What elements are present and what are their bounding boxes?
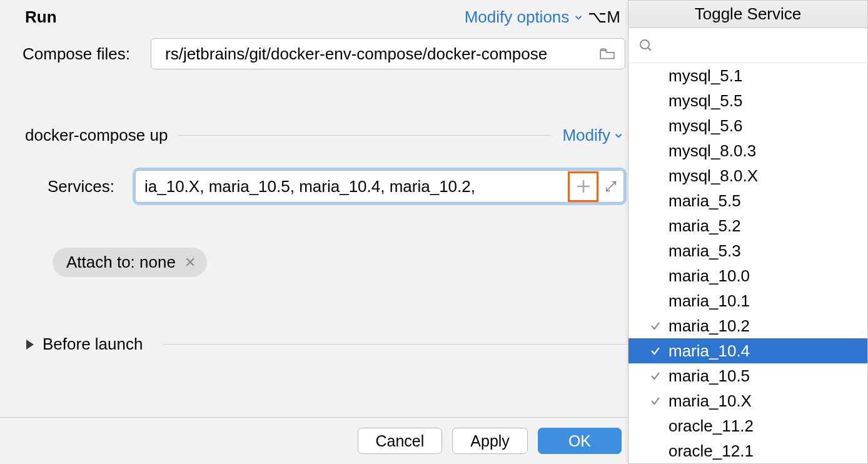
compose-files-field[interactable]	[151, 38, 625, 69]
popup-title: Toggle Service	[628, 1, 867, 28]
service-item[interactable]: mysql_5.6	[628, 113, 867, 138]
popup-search-row	[628, 28, 867, 63]
services-input[interactable]: ia_10.X, maria_10.5, maria_10.4, maria_1…	[136, 177, 568, 196]
main-panel: Run Modify options ⌥M Compose files: doc…	[0, 0, 628, 464]
service-item-label: maria_5.5	[669, 191, 867, 211]
service-item[interactable]: oracle_11.2	[628, 413, 867, 438]
service-item-label: maria_10.0	[669, 266, 867, 286]
cancel-button[interactable]: Cancel	[358, 428, 443, 454]
shortcut-hint: ⌥M	[588, 8, 620, 27]
plus-icon	[575, 178, 592, 194]
service-item[interactable]: maria_10.2	[628, 313, 867, 338]
service-item-label: mysql_8.0.X	[669, 166, 867, 186]
run-config-dialog: Run Modify options ⌥M Compose files: doc…	[0, 0, 868, 464]
compose-files-row: Compose files:	[0, 38, 628, 69]
service-item-label: mysql_5.5	[669, 91, 867, 111]
service-item[interactable]: maria_10.5	[628, 363, 867, 388]
service-item-label: mysql_5.6	[669, 116, 867, 136]
search-icon	[638, 38, 654, 53]
services-label: Services:	[48, 177, 135, 196]
service-item[interactable]: maria_5.2	[628, 213, 867, 238]
service-item[interactable]: maria_10.1	[628, 288, 867, 313]
ok-button[interactable]: OK	[538, 428, 622, 454]
service-list[interactable]: mysql_5.1mysql_5.5mysql_5.6mysql_8.0.3my…	[628, 63, 867, 463]
header-actions: Modify options ⌥M	[465, 8, 628, 27]
services-field[interactable]: ia_10.X, maria_10.5, maria_10.4, maria_1…	[135, 170, 624, 203]
service-item[interactable]: mysql_8.0.3	[628, 138, 867, 163]
check-icon	[648, 320, 662, 332]
service-item-label: maria_5.3	[669, 241, 867, 261]
dialog-header: Run Modify options ⌥M	[0, 0, 628, 38]
service-item-label: maria_5.2	[669, 216, 867, 236]
before-launch-section[interactable]: Before launch	[0, 335, 628, 354]
folder-open-icon[interactable]	[597, 45, 617, 63]
divider-line	[163, 344, 628, 345]
service-item[interactable]: mysql_5.5	[628, 88, 867, 113]
before-launch-label: Before launch	[43, 335, 143, 354]
service-item-label: maria_10.1	[669, 291, 867, 311]
service-item-label: maria_10.5	[669, 366, 867, 386]
service-item[interactable]: maria_5.3	[628, 238, 867, 263]
command-section-header: docker-compose up Modify	[0, 126, 628, 145]
compose-files-input[interactable]	[165, 44, 597, 64]
popup-search-input[interactable]	[660, 37, 857, 54]
check-icon	[648, 370, 662, 382]
toggle-service-popup: Toggle Service mysql_5.1mysql_5.5mysql_5…	[628, 0, 868, 464]
triangle-right-icon	[26, 340, 34, 350]
service-item[interactable]: mysql_5.1	[628, 63, 867, 88]
expand-icon	[604, 179, 618, 193]
chevron-down-icon	[573, 12, 584, 23]
attach-chip[interactable]: Attach to: none ✕	[53, 248, 207, 277]
modify-text: Modify	[562, 126, 610, 145]
services-row: Services: ia_10.X, maria_10.5, maria_10.…	[0, 170, 628, 203]
check-icon	[648, 345, 662, 357]
service-item-label: mysql_8.0.3	[669, 141, 867, 161]
service-item-label: maria_10.X	[669, 391, 867, 411]
service-item-label: oracle_12.1	[669, 441, 867, 461]
service-item[interactable]: maria_10.4	[628, 338, 867, 363]
compose-files-label: Compose files:	[23, 44, 151, 64]
service-item[interactable]: oracle_12.1	[628, 438, 867, 463]
divider-line	[178, 135, 551, 136]
svg-point-0	[640, 40, 649, 49]
apply-button[interactable]: Apply	[452, 428, 528, 454]
dialog-title: Run	[25, 8, 57, 27]
chip-label: Attach to: none	[66, 253, 176, 272]
options-chips: Attach to: none ✕	[0, 248, 628, 277]
close-icon[interactable]: ✕	[184, 255, 196, 271]
service-item-label: maria_10.2	[669, 316, 867, 336]
service-item-label: maria_10.4	[669, 341, 867, 361]
service-item[interactable]: mysql_8.0.X	[628, 163, 867, 188]
command-label: docker-compose up	[25, 126, 178, 145]
service-item-label: oracle_11.2	[669, 416, 867, 436]
modify-command-link[interactable]: Modify	[551, 126, 628, 145]
service-item[interactable]: maria_10.X	[628, 388, 867, 413]
chevron-down-icon	[613, 130, 624, 141]
modify-options-link[interactable]: Modify options	[465, 8, 570, 27]
service-item[interactable]: maria_5.5	[628, 188, 867, 213]
expand-button[interactable]	[598, 179, 623, 193]
add-service-button[interactable]	[568, 171, 598, 202]
check-icon	[648, 395, 662, 407]
service-item[interactable]: maria_10.0	[628, 263, 867, 288]
dialog-button-bar: Cancel Apply OK	[0, 417, 628, 464]
service-item-label: mysql_5.1	[669, 66, 867, 86]
